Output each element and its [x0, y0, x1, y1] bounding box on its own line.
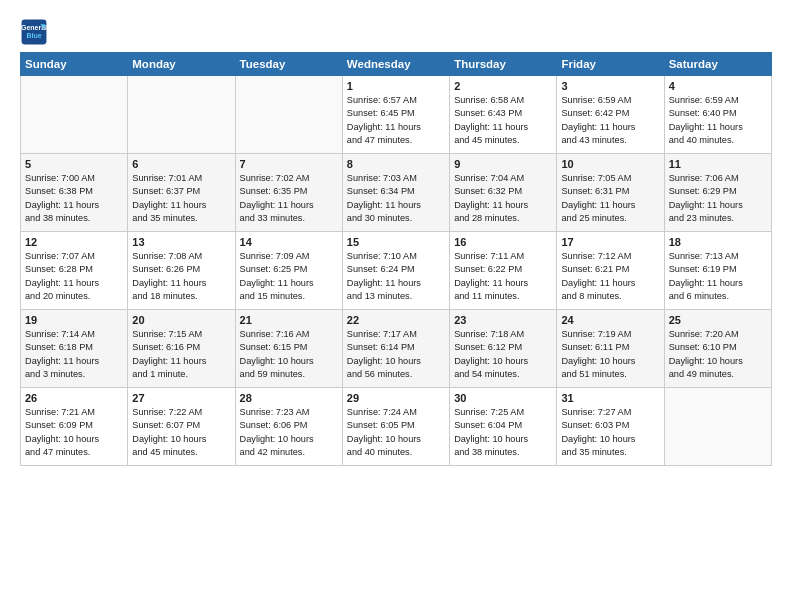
day-info: Sunrise: 6:58 AMSunset: 6:43 PMDaylight:… [454, 94, 552, 147]
day-info: Sunrise: 7:20 AMSunset: 6:10 PMDaylight:… [669, 328, 767, 381]
calendar-day-cell: 4Sunrise: 6:59 AMSunset: 6:40 PMDaylight… [664, 76, 771, 154]
day-number: 21 [240, 314, 338, 326]
calendar-day-cell [21, 76, 128, 154]
calendar-day-cell: 30Sunrise: 7:25 AMSunset: 6:04 PMDayligh… [450, 388, 557, 466]
calendar-day-cell: 6Sunrise: 7:01 AMSunset: 6:37 PMDaylight… [128, 154, 235, 232]
day-number: 19 [25, 314, 123, 326]
calendar-day-cell: 26Sunrise: 7:21 AMSunset: 6:09 PMDayligh… [21, 388, 128, 466]
day-info: Sunrise: 7:13 AMSunset: 6:19 PMDaylight:… [669, 250, 767, 303]
day-info: Sunrise: 7:15 AMSunset: 6:16 PMDaylight:… [132, 328, 230, 381]
calendar-day-cell: 15Sunrise: 7:10 AMSunset: 6:24 PMDayligh… [342, 232, 449, 310]
day-number: 22 [347, 314, 445, 326]
calendar-day-cell: 23Sunrise: 7:18 AMSunset: 6:12 PMDayligh… [450, 310, 557, 388]
day-number: 10 [561, 158, 659, 170]
days-of-week-row: SundayMondayTuesdayWednesdayThursdayFrid… [21, 53, 772, 76]
calendar-day-cell: 31Sunrise: 7:27 AMSunset: 6:03 PMDayligh… [557, 388, 664, 466]
calendar-day-cell: 2Sunrise: 6:58 AMSunset: 6:43 PMDaylight… [450, 76, 557, 154]
day-of-week-header: Friday [557, 53, 664, 76]
day-of-week-header: Wednesday [342, 53, 449, 76]
day-number: 18 [669, 236, 767, 248]
calendar-day-cell: 7Sunrise: 7:02 AMSunset: 6:35 PMDaylight… [235, 154, 342, 232]
calendar-day-cell: 24Sunrise: 7:19 AMSunset: 6:11 PMDayligh… [557, 310, 664, 388]
calendar-day-cell: 13Sunrise: 7:08 AMSunset: 6:26 PMDayligh… [128, 232, 235, 310]
day-number: 28 [240, 392, 338, 404]
calendar-day-cell: 22Sunrise: 7:17 AMSunset: 6:14 PMDayligh… [342, 310, 449, 388]
day-info: Sunrise: 7:11 AMSunset: 6:22 PMDaylight:… [454, 250, 552, 303]
day-number: 6 [132, 158, 230, 170]
calendar-day-cell: 17Sunrise: 7:12 AMSunset: 6:21 PMDayligh… [557, 232, 664, 310]
day-of-week-header: Monday [128, 53, 235, 76]
calendar-day-cell: 19Sunrise: 7:14 AMSunset: 6:18 PMDayligh… [21, 310, 128, 388]
calendar-day-cell: 3Sunrise: 6:59 AMSunset: 6:42 PMDaylight… [557, 76, 664, 154]
day-info: Sunrise: 7:01 AMSunset: 6:37 PMDaylight:… [132, 172, 230, 225]
logo-icon: General Blue [20, 18, 48, 46]
day-number: 25 [669, 314, 767, 326]
day-number: 1 [347, 80, 445, 92]
day-info: Sunrise: 7:25 AMSunset: 6:04 PMDaylight:… [454, 406, 552, 459]
day-info: Sunrise: 7:19 AMSunset: 6:11 PMDaylight:… [561, 328, 659, 381]
day-info: Sunrise: 6:59 AMSunset: 6:42 PMDaylight:… [561, 94, 659, 147]
calendar-week-row: 26Sunrise: 7:21 AMSunset: 6:09 PMDayligh… [21, 388, 772, 466]
day-info: Sunrise: 7:22 AMSunset: 6:07 PMDaylight:… [132, 406, 230, 459]
day-info: Sunrise: 6:57 AMSunset: 6:45 PMDaylight:… [347, 94, 445, 147]
calendar-day-cell: 16Sunrise: 7:11 AMSunset: 6:22 PMDayligh… [450, 232, 557, 310]
calendar-day-cell: 10Sunrise: 7:05 AMSunset: 6:31 PMDayligh… [557, 154, 664, 232]
day-info: Sunrise: 7:18 AMSunset: 6:12 PMDaylight:… [454, 328, 552, 381]
day-number: 13 [132, 236, 230, 248]
day-number: 24 [561, 314, 659, 326]
svg-text:Blue: Blue [26, 32, 41, 39]
day-number: 15 [347, 236, 445, 248]
day-info: Sunrise: 7:21 AMSunset: 6:09 PMDaylight:… [25, 406, 123, 459]
day-info: Sunrise: 7:07 AMSunset: 6:28 PMDaylight:… [25, 250, 123, 303]
day-info: Sunrise: 7:03 AMSunset: 6:34 PMDaylight:… [347, 172, 445, 225]
day-info: Sunrise: 7:27 AMSunset: 6:03 PMDaylight:… [561, 406, 659, 459]
day-info: Sunrise: 7:05 AMSunset: 6:31 PMDaylight:… [561, 172, 659, 225]
day-info: Sunrise: 7:04 AMSunset: 6:32 PMDaylight:… [454, 172, 552, 225]
day-number: 11 [669, 158, 767, 170]
day-info: Sunrise: 7:14 AMSunset: 6:18 PMDaylight:… [25, 328, 123, 381]
calendar-week-row: 19Sunrise: 7:14 AMSunset: 6:18 PMDayligh… [21, 310, 772, 388]
calendar-day-cell: 1Sunrise: 6:57 AMSunset: 6:45 PMDaylight… [342, 76, 449, 154]
day-number: 4 [669, 80, 767, 92]
day-info: Sunrise: 7:02 AMSunset: 6:35 PMDaylight:… [240, 172, 338, 225]
day-number: 23 [454, 314, 552, 326]
day-info: Sunrise: 7:10 AMSunset: 6:24 PMDaylight:… [347, 250, 445, 303]
day-of-week-header: Sunday [21, 53, 128, 76]
calendar-container: General Blue SundayMondayTuesdayWednesda… [0, 0, 792, 476]
calendar-table: SundayMondayTuesdayWednesdayThursdayFrid… [20, 52, 772, 466]
calendar-body: 1Sunrise: 6:57 AMSunset: 6:45 PMDaylight… [21, 76, 772, 466]
day-number: 2 [454, 80, 552, 92]
day-info: Sunrise: 7:00 AMSunset: 6:38 PMDaylight:… [25, 172, 123, 225]
day-info: Sunrise: 7:23 AMSunset: 6:06 PMDaylight:… [240, 406, 338, 459]
day-info: Sunrise: 7:06 AMSunset: 6:29 PMDaylight:… [669, 172, 767, 225]
calendar-day-cell: 11Sunrise: 7:06 AMSunset: 6:29 PMDayligh… [664, 154, 771, 232]
calendar-day-cell: 20Sunrise: 7:15 AMSunset: 6:16 PMDayligh… [128, 310, 235, 388]
calendar-day-cell: 29Sunrise: 7:24 AMSunset: 6:05 PMDayligh… [342, 388, 449, 466]
day-of-week-header: Tuesday [235, 53, 342, 76]
day-number: 3 [561, 80, 659, 92]
day-number: 29 [347, 392, 445, 404]
calendar-day-cell: 18Sunrise: 7:13 AMSunset: 6:19 PMDayligh… [664, 232, 771, 310]
calendar-day-cell: 27Sunrise: 7:22 AMSunset: 6:07 PMDayligh… [128, 388, 235, 466]
calendar-day-cell [235, 76, 342, 154]
calendar-day-cell: 12Sunrise: 7:07 AMSunset: 6:28 PMDayligh… [21, 232, 128, 310]
day-number: 31 [561, 392, 659, 404]
calendar-day-cell: 14Sunrise: 7:09 AMSunset: 6:25 PMDayligh… [235, 232, 342, 310]
day-number: 17 [561, 236, 659, 248]
day-number: 16 [454, 236, 552, 248]
calendar-week-row: 1Sunrise: 6:57 AMSunset: 6:45 PMDaylight… [21, 76, 772, 154]
calendar-day-cell: 21Sunrise: 7:16 AMSunset: 6:15 PMDayligh… [235, 310, 342, 388]
day-info: Sunrise: 7:09 AMSunset: 6:25 PMDaylight:… [240, 250, 338, 303]
day-number: 27 [132, 392, 230, 404]
calendar-day-cell: 8Sunrise: 7:03 AMSunset: 6:34 PMDaylight… [342, 154, 449, 232]
day-info: Sunrise: 7:12 AMSunset: 6:21 PMDaylight:… [561, 250, 659, 303]
logo: General Blue [20, 18, 52, 46]
calendar-day-cell: 5Sunrise: 7:00 AMSunset: 6:38 PMDaylight… [21, 154, 128, 232]
day-info: Sunrise: 7:24 AMSunset: 6:05 PMDaylight:… [347, 406, 445, 459]
day-info: Sunrise: 7:08 AMSunset: 6:26 PMDaylight:… [132, 250, 230, 303]
day-of-week-header: Thursday [450, 53, 557, 76]
day-number: 7 [240, 158, 338, 170]
day-of-week-header: Saturday [664, 53, 771, 76]
day-number: 30 [454, 392, 552, 404]
day-info: Sunrise: 6:59 AMSunset: 6:40 PMDaylight:… [669, 94, 767, 147]
